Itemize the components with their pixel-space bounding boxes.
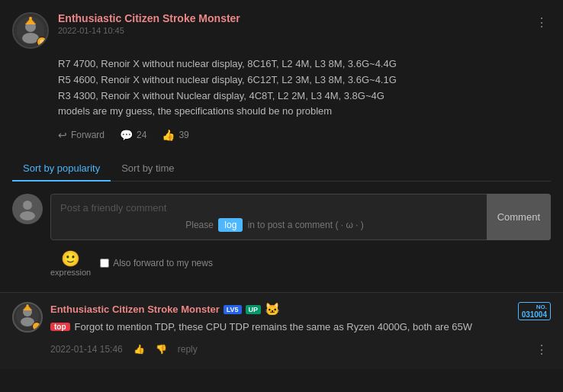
thumbup-icon: 👍 xyxy=(134,344,145,355)
comment-avatar-svg xyxy=(15,197,40,221)
svg-point-6 xyxy=(20,211,35,220)
comment-input-section: Post a friendly comment Please log in to… xyxy=(60,202,489,232)
reply-thumbup-button[interactable]: 👍 xyxy=(134,344,145,355)
comment-input-box: Post a friendly comment Please log in to… xyxy=(50,194,551,240)
reply-button[interactable]: reply xyxy=(178,344,198,355)
comment-area: Post a friendly comment Please log in to… xyxy=(12,194,551,240)
post-actions: ↩ Forward 💬 24 👍 39 xyxy=(58,129,551,141)
sort-tabs: Sort by popularity Sort by time xyxy=(12,153,551,182)
post-username: Enthusiastic Citizen Stroke Monster xyxy=(58,12,240,24)
like-count: 39 xyxy=(179,130,188,140)
comment-placeholder: Post a friendly comment xyxy=(60,202,489,214)
reply-section: Enthusiastic Citizen Stroke Monster LV5 … xyxy=(0,292,563,369)
forward-checkbox-area: Also forward to my news xyxy=(100,258,213,268)
comment-input-wrapper: Post a friendly comment Please log in to… xyxy=(50,194,551,240)
top-badge: top xyxy=(50,323,70,331)
reply-username: Enthusiastic Citizen Stroke Monster xyxy=(50,304,220,315)
reply-lv-badge: LV5 xyxy=(224,305,242,314)
comment-login-hint: Please log in to post a comment ( · ω · … xyxy=(60,218,489,232)
reply-avatar xyxy=(12,302,43,333)
comment-button[interactable]: 💬 24 xyxy=(120,129,146,141)
no-label: NO. xyxy=(536,304,547,310)
login-hint-prefix: Please xyxy=(185,220,214,230)
expression-label: expression xyxy=(50,268,91,277)
expression-button[interactable]: 🙂 expression xyxy=(50,249,91,277)
post-more-button[interactable]: ⋮ xyxy=(532,12,551,33)
avatar: ⚙ xyxy=(12,12,49,49)
comment-submit-button[interactable]: Comment xyxy=(487,194,551,240)
forward-label: Forward xyxy=(71,130,105,140)
post-info: Enthusiastic Citizen Stroke Monster 2022… xyxy=(58,12,240,35)
post-timestamp: 2022-01-14 10:45 xyxy=(58,26,240,35)
forward-checkbox[interactable] xyxy=(100,259,109,268)
svg-point-5 xyxy=(23,201,32,210)
reply-special-badge: 🐱 xyxy=(265,302,280,316)
forward-button[interactable]: ↩ Forward xyxy=(58,129,105,141)
reply-footer: 2022-01-14 15:46 👍 👎 reply ⋮ xyxy=(50,339,551,360)
reply-text: Forgot to mention TDP, these CPU TDP rem… xyxy=(75,320,472,335)
svg-point-3 xyxy=(29,17,32,20)
reply-avatar-badge xyxy=(32,322,41,331)
post-header: ⚙ Enthusiastic Citizen Stroke Monster 20… xyxy=(12,12,551,49)
comment-icon: 💬 xyxy=(120,129,133,141)
reply-username-row: Enthusiastic Citizen Stroke Monster LV5 … xyxy=(50,302,472,316)
sort-time-label: Sort by time xyxy=(121,162,174,174)
post-line-1: R7 4700, Renoir X without nuclear displa… xyxy=(58,56,551,72)
main-container: ⚙ Enthusiastic Citizen Stroke Monster 20… xyxy=(0,0,563,289)
like-icon: 👍 xyxy=(162,129,175,141)
comment-count: 24 xyxy=(137,130,146,140)
reply-content-row: top Forgot to mention TDP, these CPU TDP… xyxy=(50,320,472,335)
sort-time-tab[interactable]: Sort by time xyxy=(111,156,185,182)
emoji-icon: 🙂 xyxy=(61,249,80,268)
reply-info: Enthusiastic Citizen Stroke Monster LV5 … xyxy=(50,302,472,335)
sort-popularity-tab[interactable]: Sort by popularity xyxy=(12,156,111,182)
reply-timestamp: 2022-01-14 15:46 xyxy=(50,344,123,355)
login-button[interactable]: log xyxy=(218,218,243,232)
reply-more-button[interactable]: ⋮ xyxy=(532,339,551,360)
reply-header: Enthusiastic Citizen Stroke Monster LV5 … xyxy=(12,302,551,335)
post-line-2: R5 4600, Renoir X without nuclear displa… xyxy=(58,72,551,88)
post-line-3: R3 4300, Renoir X without Nuclear displa… xyxy=(58,88,551,104)
forward-icon: ↩ xyxy=(58,129,67,141)
comment-user-avatar xyxy=(12,194,43,224)
thumbdown-icon: 👎 xyxy=(156,344,167,355)
post-line-4: models are my guess, the specifications … xyxy=(58,104,551,120)
avatar-badge: ⚙ xyxy=(37,37,47,47)
reply-header-left: Enthusiastic Citizen Stroke Monster LV5 … xyxy=(12,302,472,335)
reply-up-badge: UP xyxy=(246,305,262,314)
like-button[interactable]: 👍 39 xyxy=(162,129,188,141)
reply-no-area: NO. 031004 xyxy=(518,302,551,320)
login-hint-suffix: in to post a comment ( · ω · ) xyxy=(248,220,364,230)
sort-popularity-label: Sort by popularity xyxy=(23,162,100,174)
no-value: 031004 xyxy=(522,310,547,319)
post-content: R7 4700, Renoir X without nuclear displa… xyxy=(58,56,551,120)
reply-thumbdown-button[interactable]: 👎 xyxy=(156,344,167,355)
no-badge: NO. 031004 xyxy=(518,302,551,320)
comment-tools: 🙂 expression Also forward to my news xyxy=(50,249,551,277)
svg-point-10 xyxy=(27,304,29,307)
post-header-left: ⚙ Enthusiastic Citizen Stroke Monster 20… xyxy=(12,12,240,49)
forward-checkbox-label: Also forward to my news xyxy=(113,258,213,268)
